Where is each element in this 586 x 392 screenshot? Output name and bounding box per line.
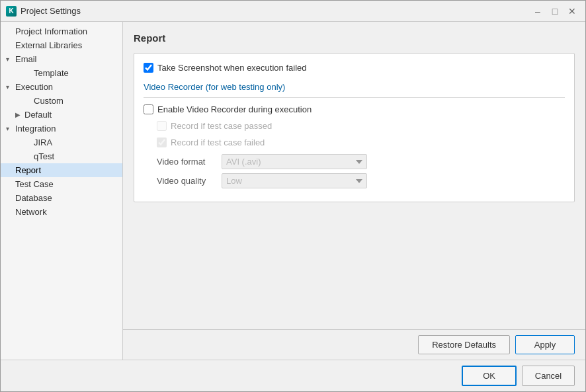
video-recorder-header: Video Recorder (for web testing only) <box>144 79 565 98</box>
sidebar-arrow-email: ▾ <box>6 56 15 63</box>
bottom-bar: Restore Defaults Apply <box>123 329 585 360</box>
screenshot-label[interactable]: Take Screenshot when execution failed <box>157 63 306 73</box>
report-card: Take Screenshot when execution failed Vi… <box>134 53 575 202</box>
record-passed-row: Record if test case passed <box>157 121 565 131</box>
video-recorder-section: Video Recorder (for web testing only) En… <box>144 79 565 188</box>
video-quality-label: Video quality <box>157 176 216 186</box>
sidebar-item-integration[interactable]: ▾Integration <box>1 122 122 136</box>
sidebar-item-template[interactable]: Template <box>1 66 122 80</box>
apply-button[interactable]: Apply <box>515 335 575 354</box>
record-failed-label: Record if test case failed <box>171 137 265 147</box>
restore-defaults-button[interactable]: Restore Defaults <box>418 335 510 354</box>
video-format-label: Video format <box>157 157 216 167</box>
screenshot-checkbox[interactable] <box>144 63 153 73</box>
sidebar-item-custom[interactable]: Custom <box>1 94 122 108</box>
minimize-button[interactable]: – <box>530 3 546 19</box>
sidebar-arrow-integration: ▾ <box>6 125 15 132</box>
window-controls: – □ ✕ <box>530 3 580 19</box>
sidebar-item-report[interactable]: Report <box>1 163 122 177</box>
video-quality-select[interactable]: Low Medium High <box>222 173 367 188</box>
cancel-button[interactable]: Cancel <box>522 366 575 386</box>
panel-content: Report Take Screenshot when execution fa… <box>123 22 585 329</box>
sidebar-label-test-case: Test Case <box>15 179 117 189</box>
indented-section: Record if test case passed Record if tes… <box>144 121 565 188</box>
sidebar-label-external-libraries: External Libraries <box>15 40 117 50</box>
video-format-row: Video format AVI (.avi) MP4 (.mp4) <box>157 154 565 169</box>
sidebar-label-custom: Custom <box>34 96 117 106</box>
sidebar-label-project-information: Project Information <box>15 26 117 36</box>
video-quality-row: Video quality Low Medium High <box>157 173 565 188</box>
sidebar-item-project-information[interactable]: Project Information <box>1 24 122 38</box>
title-bar: K Project Settings – □ ✕ <box>1 1 585 22</box>
sidebar-label-qtest: qTest <box>34 151 117 161</box>
sidebar-label-report: Report <box>15 165 117 175</box>
video-format-select[interactable]: AVI (.avi) MP4 (.mp4) <box>222 154 367 169</box>
sidebar-label-execution: Execution <box>15 82 117 92</box>
close-button[interactable]: ✕ <box>564 3 580 19</box>
sidebar-item-qtest[interactable]: qTest <box>1 149 122 163</box>
sidebar-label-jira: JIRA <box>34 137 117 147</box>
sidebar-label-network: Network <box>15 207 117 217</box>
enable-video-row: Enable Video Recorder during execution <box>144 104 565 114</box>
main-content: Project InformationExternal Libraries▾Em… <box>1 22 585 360</box>
record-failed-checkbox[interactable] <box>157 137 167 147</box>
sidebar-item-default[interactable]: ▶Default <box>1 108 122 122</box>
sidebar-item-network[interactable]: Network <box>1 205 122 219</box>
sidebar-label-integration: Integration <box>15 124 117 134</box>
sidebar-arrow-default: ▶ <box>15 111 24 118</box>
section-title: Report <box>134 32 575 44</box>
maximize-button[interactable]: □ <box>547 3 563 19</box>
sidebar-item-database[interactable]: Database <box>1 191 122 205</box>
ok-cancel-bar: OK Cancel <box>1 360 585 391</box>
sidebar-item-external-libraries[interactable]: External Libraries <box>1 38 122 52</box>
window-title: Project Settings <box>21 6 81 16</box>
record-failed-row: Record if test case failed <box>157 137 565 147</box>
record-passed-label: Record if test case passed <box>171 121 272 131</box>
sidebar-label-database: Database <box>15 193 117 203</box>
sidebar-item-execution[interactable]: ▾Execution <box>1 80 122 94</box>
app-icon: K <box>6 6 17 17</box>
enable-video-checkbox[interactable] <box>144 104 153 114</box>
sidebar-item-test-case[interactable]: Test Case <box>1 177 122 191</box>
sidebar: Project InformationExternal Libraries▾Em… <box>1 22 123 360</box>
sidebar-item-email[interactable]: ▾Email <box>1 52 122 66</box>
sidebar-label-template: Template <box>34 68 117 78</box>
enable-video-label[interactable]: Enable Video Recorder during execution <box>157 104 312 114</box>
ok-button[interactable]: OK <box>462 366 517 386</box>
sidebar-label-default: Default <box>24 110 117 120</box>
sidebar-arrow-execution: ▾ <box>6 83 15 91</box>
screenshot-row: Take Screenshot when execution failed <box>144 63 565 73</box>
right-panel: Report Take Screenshot when execution fa… <box>123 22 585 360</box>
record-passed-checkbox[interactable] <box>157 121 167 131</box>
sidebar-item-jira[interactable]: JIRA <box>1 136 122 149</box>
sidebar-label-email: Email <box>15 54 117 64</box>
